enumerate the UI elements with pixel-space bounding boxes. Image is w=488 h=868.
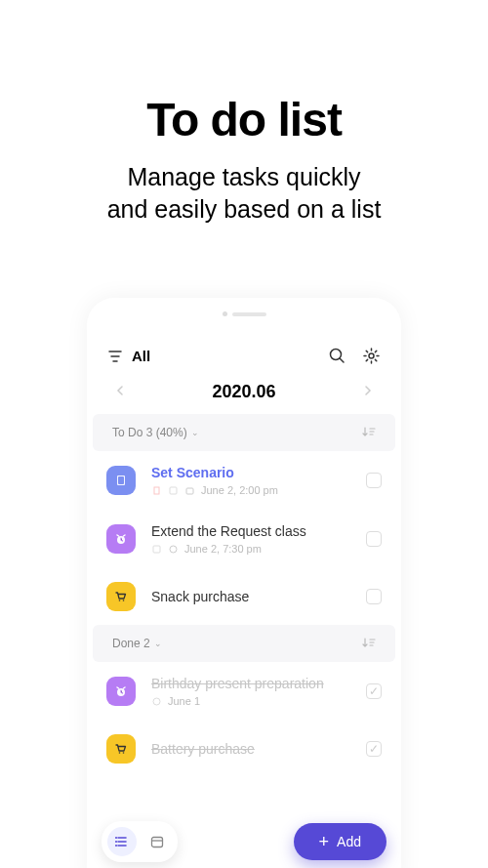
svg-point-1 — [369, 353, 374, 358]
gear-icon — [363, 348, 380, 364]
chevron-down-icon: ⌄ — [191, 428, 199, 437]
svg-rect-19 — [152, 838, 163, 847]
alarm-icon — [106, 677, 136, 706]
calendar-icon — [150, 835, 164, 848]
svg-point-14 — [119, 752, 121, 754]
prev-month-button[interactable] — [116, 385, 124, 399]
task-date: June 1 — [168, 695, 200, 707]
view-toggle — [102, 821, 178, 862]
bookmark-icon — [151, 485, 162, 496]
cart-icon — [106, 582, 136, 611]
task-date: June 2, 2:00 pm — [201, 484, 278, 496]
phone-frame: All 2020.06 To Do 3 (40%) ⌄ — [87, 298, 401, 868]
task-row[interactable]: Snack purchase — [87, 568, 401, 625]
task-title: Set Scenario — [151, 465, 350, 480]
task-title: Birthday present preparation — [151, 676, 350, 691]
note-icon — [151, 544, 162, 555]
filter-icon — [108, 351, 122, 362]
task-checkbox[interactable] — [366, 473, 382, 488]
section-todo-header[interactable]: To Do 3 (40%) ⌄ — [93, 414, 395, 451]
svg-point-9 — [170, 546, 177, 553]
section-todo-label: To Do 3 (40%) — [112, 426, 187, 439]
calendar-view-button[interactable] — [142, 827, 172, 856]
svg-rect-6 — [186, 488, 193, 494]
filter-label: All — [132, 348, 150, 364]
svg-rect-3 — [118, 476, 124, 484]
list-icon — [115, 835, 129, 848]
svg-rect-8 — [153, 546, 160, 553]
task-checkbox[interactable] — [366, 589, 382, 604]
chevron-right-icon — [364, 385, 372, 396]
add-button[interactable]: + Add — [294, 823, 386, 860]
chevron-down-icon: ⌄ — [154, 639, 162, 648]
search-button[interactable] — [329, 348, 346, 364]
document-icon — [106, 466, 136, 495]
svg-point-10 — [119, 599, 121, 601]
task-title: Snack purchase — [151, 589, 350, 604]
sort-icon — [362, 426, 376, 437]
task-title: Battery purchase — [151, 741, 350, 757]
search-icon — [329, 348, 346, 364]
notch — [87, 298, 401, 324]
task-row[interactable]: Extend the Request class June 2, 7:30 pm — [87, 510, 401, 568]
task-checkbox[interactable] — [366, 531, 382, 547]
svg-point-11 — [123, 599, 125, 601]
plus-icon: + — [319, 833, 330, 850]
alarm-icon — [106, 524, 136, 554]
svg-point-16 — [115, 837, 117, 839]
sort-icon — [362, 637, 376, 648]
chevron-left-icon — [116, 385, 124, 396]
task-title: Extend the Request class — [151, 523, 350, 539]
sort-button[interactable] — [362, 635, 376, 652]
next-month-button[interactable] — [364, 385, 372, 399]
hero-title: To do list — [0, 93, 488, 146]
task-row[interactable]: Birthday present preparation June 1 — [87, 662, 401, 721]
cart-icon — [106, 734, 136, 764]
bottom-bar: + Add — [102, 821, 386, 862]
settings-button[interactable] — [363, 348, 380, 364]
task-row[interactable]: Set Scenario June 2, 2:00 pm — [87, 451, 401, 510]
svg-point-18 — [115, 845, 117, 847]
task-date: June 2, 7:30 pm — [184, 543, 262, 555]
calendar-icon — [184, 485, 195, 496]
svg-point-15 — [123, 752, 125, 754]
task-checkbox[interactable] — [366, 683, 382, 699]
clock-icon — [151, 696, 162, 707]
clock-icon — [168, 544, 179, 555]
filter-button[interactable]: All — [108, 348, 150, 364]
task-row[interactable]: Battery purchase — [87, 721, 401, 812]
task-checkbox[interactable] — [366, 741, 382, 757]
hero-subtitle: Manage tasks quickly and easily based on… — [0, 161, 488, 225]
svg-point-13 — [153, 698, 160, 705]
svg-rect-4 — [154, 487, 159, 494]
date-navigation: 2020.06 — [87, 374, 401, 414]
topbar: All — [87, 324, 401, 374]
svg-rect-5 — [170, 487, 177, 494]
list-view-button[interactable] — [107, 827, 137, 856]
section-done-header[interactable]: Done 2 ⌄ — [93, 625, 395, 662]
svg-point-17 — [115, 841, 117, 843]
current-month-label[interactable]: 2020.06 — [212, 382, 275, 402]
section-done-label: Done 2 — [112, 637, 150, 650]
note-icon — [168, 485, 179, 496]
sort-button[interactable] — [362, 424, 376, 441]
add-label: Add — [337, 834, 361, 849]
